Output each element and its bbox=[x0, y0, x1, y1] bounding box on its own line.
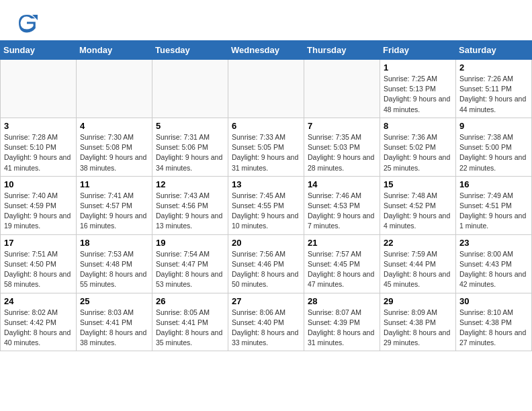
calendar-day-cell: 13Sunrise: 7:45 AM Sunset: 4:55 PM Dayli… bbox=[228, 176, 304, 234]
day-info: Sunrise: 8:00 AM Sunset: 4:43 PM Dayligh… bbox=[459, 249, 528, 290]
calendar-day-cell: 23Sunrise: 8:00 AM Sunset: 4:43 PM Dayli… bbox=[456, 234, 532, 293]
day-number: 11 bbox=[80, 179, 148, 189]
calendar-day-cell bbox=[1, 60, 77, 118]
day-info: Sunrise: 7:40 AM Sunset: 4:59 PM Dayligh… bbox=[4, 191, 73, 232]
calendar-day-cell bbox=[304, 60, 380, 118]
calendar-day-header: Tuesday bbox=[152, 41, 228, 60]
day-number: 6 bbox=[232, 121, 300, 131]
logo-icon bbox=[16, 12, 38, 34]
day-info: Sunrise: 7:46 AM Sunset: 4:53 PM Dayligh… bbox=[308, 191, 376, 232]
day-number: 17 bbox=[4, 238, 73, 248]
day-info: Sunrise: 7:56 AM Sunset: 4:46 PM Dayligh… bbox=[232, 249, 300, 290]
calendar-day-cell: 26Sunrise: 8:05 AM Sunset: 4:41 PM Dayli… bbox=[152, 293, 228, 351]
day-number: 8 bbox=[384, 121, 452, 131]
calendar-day-cell: 3Sunrise: 7:28 AM Sunset: 5:10 PM Daylig… bbox=[1, 118, 77, 176]
day-number: 2 bbox=[459, 62, 528, 73]
calendar-day-header: Wednesday bbox=[228, 41, 304, 60]
day-info: Sunrise: 7:49 AM Sunset: 4:51 PM Dayligh… bbox=[459, 191, 528, 232]
calendar-day-cell bbox=[77, 60, 152, 118]
calendar-day-cell: 5Sunrise: 7:31 AM Sunset: 5:06 PM Daylig… bbox=[152, 118, 228, 176]
day-info: Sunrise: 7:57 AM Sunset: 4:45 PM Dayligh… bbox=[308, 249, 376, 290]
day-info: Sunrise: 8:03 AM Sunset: 4:41 PM Dayligh… bbox=[80, 308, 148, 349]
day-number: 30 bbox=[459, 296, 528, 306]
day-info: Sunrise: 8:09 AM Sunset: 4:38 PM Dayligh… bbox=[384, 308, 452, 349]
day-info: Sunrise: 7:59 AM Sunset: 4:44 PM Dayligh… bbox=[384, 249, 452, 290]
day-number: 5 bbox=[156, 121, 224, 131]
calendar-day-cell: 21Sunrise: 7:57 AM Sunset: 4:45 PM Dayli… bbox=[304, 234, 380, 293]
day-number: 14 bbox=[308, 179, 376, 189]
calendar-day-cell: 2Sunrise: 7:26 AM Sunset: 5:11 PM Daylig… bbox=[456, 60, 532, 118]
day-info: Sunrise: 8:02 AM Sunset: 4:42 PM Dayligh… bbox=[4, 308, 73, 349]
day-number: 26 bbox=[156, 296, 224, 306]
day-info: Sunrise: 7:30 AM Sunset: 5:08 PM Dayligh… bbox=[80, 132, 148, 173]
day-number: 28 bbox=[308, 296, 376, 306]
day-number: 15 bbox=[384, 179, 452, 189]
day-number: 10 bbox=[4, 179, 73, 189]
calendar-day-cell: 1Sunrise: 7:25 AM Sunset: 5:13 PM Daylig… bbox=[380, 60, 456, 118]
logo bbox=[16, 12, 40, 34]
calendar-day-cell: 9Sunrise: 7:38 AM Sunset: 5:00 PM Daylig… bbox=[456, 118, 532, 176]
calendar-day-cell: 28Sunrise: 8:07 AM Sunset: 4:39 PM Dayli… bbox=[304, 293, 380, 351]
calendar-day-header: Sunday bbox=[1, 41, 77, 60]
calendar-day-cell: 14Sunrise: 7:46 AM Sunset: 4:53 PM Dayli… bbox=[304, 176, 380, 234]
day-info: Sunrise: 8:06 AM Sunset: 4:40 PM Dayligh… bbox=[232, 308, 300, 349]
calendar-week-row: 10Sunrise: 7:40 AM Sunset: 4:59 PM Dayli… bbox=[1, 176, 532, 234]
calendar-day-cell: 29Sunrise: 8:09 AM Sunset: 4:38 PM Dayli… bbox=[380, 293, 456, 351]
calendar-day-cell: 4Sunrise: 7:30 AM Sunset: 5:08 PM Daylig… bbox=[77, 118, 152, 176]
calendar-table: SundayMondayTuesdayWednesdayThursdayFrid… bbox=[0, 40, 532, 351]
day-number: 13 bbox=[232, 179, 300, 189]
day-number: 9 bbox=[459, 121, 528, 131]
day-number: 20 bbox=[232, 238, 300, 248]
day-number: 21 bbox=[308, 238, 376, 248]
calendar-week-row: 24Sunrise: 8:02 AM Sunset: 4:42 PM Dayli… bbox=[1, 293, 532, 351]
calendar-week-row: 1Sunrise: 7:25 AM Sunset: 5:13 PM Daylig… bbox=[1, 60, 532, 118]
day-info: Sunrise: 7:31 AM Sunset: 5:06 PM Dayligh… bbox=[156, 132, 224, 173]
calendar-week-row: 17Sunrise: 7:51 AM Sunset: 4:50 PM Dayli… bbox=[1, 234, 532, 293]
day-info: Sunrise: 7:33 AM Sunset: 5:05 PM Dayligh… bbox=[232, 132, 300, 173]
calendar-day-cell: 10Sunrise: 7:40 AM Sunset: 4:59 PM Dayli… bbox=[1, 176, 77, 234]
calendar-day-cell: 15Sunrise: 7:48 AM Sunset: 4:52 PM Dayli… bbox=[380, 176, 456, 234]
day-info: Sunrise: 8:10 AM Sunset: 4:38 PM Dayligh… bbox=[459, 308, 528, 349]
day-number: 4 bbox=[80, 121, 148, 131]
day-info: Sunrise: 7:53 AM Sunset: 4:48 PM Dayligh… bbox=[80, 249, 148, 290]
day-info: Sunrise: 7:26 AM Sunset: 5:11 PM Dayligh… bbox=[459, 74, 528, 115]
day-number: 29 bbox=[384, 296, 452, 306]
calendar-week-row: 3Sunrise: 7:28 AM Sunset: 5:10 PM Daylig… bbox=[1, 118, 532, 176]
page-header bbox=[0, 0, 532, 40]
day-info: Sunrise: 7:43 AM Sunset: 4:56 PM Dayligh… bbox=[156, 191, 224, 232]
day-number: 19 bbox=[156, 238, 224, 248]
calendar-header-row: SundayMondayTuesdayWednesdayThursdayFrid… bbox=[1, 41, 532, 60]
day-info: Sunrise: 7:45 AM Sunset: 4:55 PM Dayligh… bbox=[232, 191, 300, 232]
day-number: 7 bbox=[308, 121, 376, 131]
calendar-day-header: Thursday bbox=[304, 41, 380, 60]
calendar-day-cell bbox=[152, 60, 228, 118]
day-number: 12 bbox=[156, 179, 224, 189]
day-number: 23 bbox=[459, 238, 528, 248]
calendar-day-header: Friday bbox=[380, 41, 456, 60]
day-number: 22 bbox=[384, 238, 452, 248]
calendar-day-cell bbox=[228, 60, 304, 118]
day-number: 27 bbox=[232, 296, 300, 306]
calendar-day-cell: 25Sunrise: 8:03 AM Sunset: 4:41 PM Dayli… bbox=[77, 293, 152, 351]
calendar-day-cell: 27Sunrise: 8:06 AM Sunset: 4:40 PM Dayli… bbox=[228, 293, 304, 351]
day-info: Sunrise: 7:25 AM Sunset: 5:13 PM Dayligh… bbox=[384, 74, 452, 115]
day-info: Sunrise: 8:07 AM Sunset: 4:39 PM Dayligh… bbox=[308, 308, 376, 349]
day-info: Sunrise: 7:28 AM Sunset: 5:10 PM Dayligh… bbox=[4, 132, 73, 173]
day-number: 3 bbox=[4, 121, 73, 131]
calendar-day-cell: 22Sunrise: 7:59 AM Sunset: 4:44 PM Dayli… bbox=[380, 234, 456, 293]
calendar-body: 1Sunrise: 7:25 AM Sunset: 5:13 PM Daylig… bbox=[1, 60, 532, 351]
calendar-day-header: Monday bbox=[77, 41, 152, 60]
day-number: 25 bbox=[80, 296, 148, 306]
day-info: Sunrise: 7:36 AM Sunset: 5:02 PM Dayligh… bbox=[384, 132, 452, 173]
calendar-day-cell: 12Sunrise: 7:43 AM Sunset: 4:56 PM Dayli… bbox=[152, 176, 228, 234]
day-info: Sunrise: 7:51 AM Sunset: 4:50 PM Dayligh… bbox=[4, 249, 73, 290]
day-info: Sunrise: 7:38 AM Sunset: 5:00 PM Dayligh… bbox=[459, 132, 528, 173]
day-number: 24 bbox=[4, 296, 73, 306]
calendar-day-cell: 8Sunrise: 7:36 AM Sunset: 5:02 PM Daylig… bbox=[380, 118, 456, 176]
calendar-day-cell: 17Sunrise: 7:51 AM Sunset: 4:50 PM Dayli… bbox=[1, 234, 77, 293]
calendar-day-cell: 19Sunrise: 7:54 AM Sunset: 4:47 PM Dayli… bbox=[152, 234, 228, 293]
day-number: 18 bbox=[80, 238, 148, 248]
day-info: Sunrise: 7:48 AM Sunset: 4:52 PM Dayligh… bbox=[384, 191, 452, 232]
calendar-day-cell: 16Sunrise: 7:49 AM Sunset: 4:51 PM Dayli… bbox=[456, 176, 532, 234]
day-info: Sunrise: 7:54 AM Sunset: 4:47 PM Dayligh… bbox=[156, 249, 224, 290]
